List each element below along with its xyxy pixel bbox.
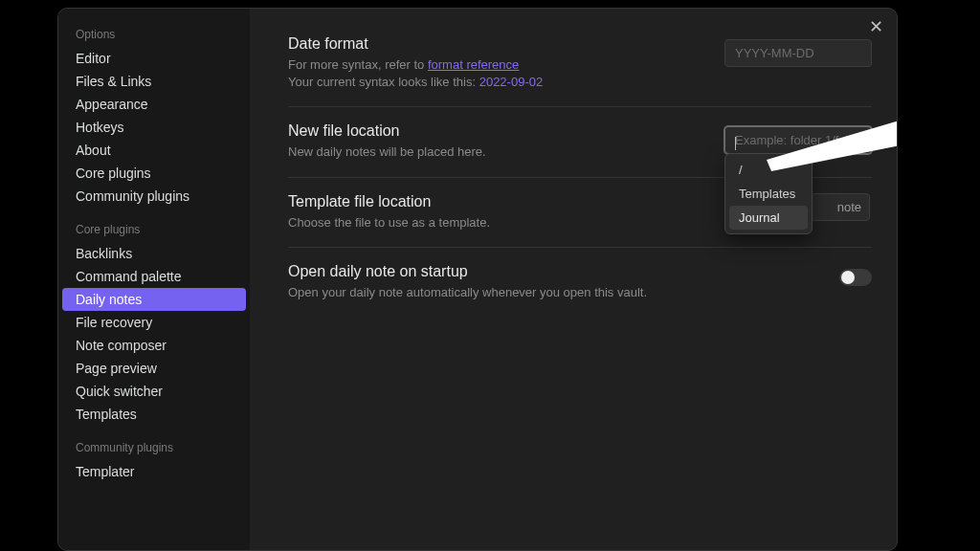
sidebar-item-appearance[interactable]: Appearance	[62, 93, 246, 116]
setting-desc: Choose the file to use as a template.	[288, 214, 705, 231]
sidebar-item-files-links[interactable]: Files & Links	[62, 70, 246, 93]
date-format-input[interactable]	[724, 39, 872, 67]
suggestion-root[interactable]: /	[729, 158, 808, 182]
toggle-knob	[841, 271, 855, 284]
sidebar-item-quick-switcher[interactable]: Quick switcher	[62, 380, 246, 403]
setting-title: Date format	[288, 35, 705, 53]
sidebar-item-note-composer[interactable]: Note composer	[62, 334, 246, 357]
open-on-startup-toggle[interactable]	[839, 269, 872, 286]
suggestion-journal[interactable]: Journal	[729, 206, 808, 230]
setting-desc: For more syntax, refer to format referen…	[288, 56, 705, 91]
sidebar-item-file-recovery[interactable]: File recovery	[62, 311, 246, 334]
sidebar-item-about[interactable]: About	[62, 139, 246, 162]
setting-date-format: Date format For more syntax, refer to fo…	[288, 35, 872, 107]
section-title-options: Options	[62, 24, 246, 47]
sidebar-item-core-plugins[interactable]: Core plugins	[62, 162, 246, 185]
section-title-core-plugins: Core plugins	[62, 208, 246, 242]
setting-title: New file location	[288, 122, 705, 140]
sidebar-item-page-preview[interactable]: Page preview	[62, 357, 246, 380]
sidebar-item-hotkeys[interactable]: Hotkeys	[62, 116, 246, 139]
sidebar-item-community-plugins[interactable]: Community plugins	[62, 185, 246, 208]
setting-desc: New daily notes will be placed here.	[288, 143, 705, 161]
suggestion-templates[interactable]: Templates	[729, 182, 808, 206]
settings-sidebar: Options Editor Files & Links Appearance …	[58, 9, 250, 550]
settings-modal: Options Editor Files & Links Appearance …	[57, 8, 898, 551]
setting-new-file-location: New file location New daily notes will b…	[288, 122, 872, 177]
date-preview: 2022-09-02	[479, 75, 544, 89]
setting-desc: Open your daily note automatically whene…	[288, 284, 705, 301]
sidebar-item-templates[interactable]: Templates	[62, 403, 246, 426]
close-icon[interactable]: ✕	[869, 18, 883, 35]
settings-main: ✕ Date format For more syntax, refer to …	[250, 9, 897, 550]
setting-title: Open daily note on startup	[288, 263, 705, 280]
folder-suggestions-dropdown: / Templates Journal	[724, 153, 813, 234]
sidebar-item-command-palette[interactable]: Command palette	[62, 265, 246, 288]
sidebar-item-backlinks[interactable]: Backlinks	[62, 242, 246, 265]
sidebar-item-editor[interactable]: Editor	[62, 47, 246, 70]
format-reference-link[interactable]: format reference	[428, 57, 519, 72]
template-file-input-peek[interactable]: note	[811, 193, 870, 221]
new-file-location-input[interactable]	[724, 126, 872, 154]
sidebar-item-templater[interactable]: Templater	[62, 460, 246, 483]
setting-title: Template file location	[288, 193, 705, 210]
sidebar-item-daily-notes[interactable]: Daily notes	[62, 288, 246, 311]
section-title-community-plugins: Community plugins	[62, 426, 246, 460]
setting-open-on-startup: Open daily note on startup Open your dai…	[288, 263, 872, 317]
text-cursor	[735, 137, 736, 150]
